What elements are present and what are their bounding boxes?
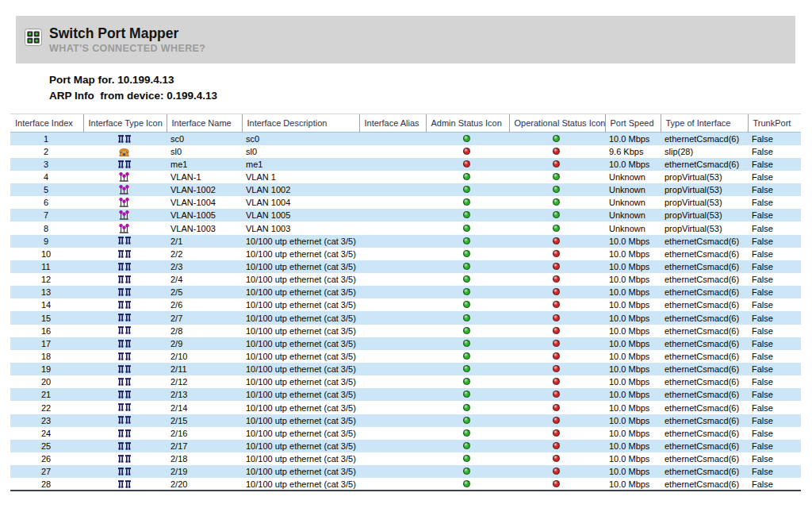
interface-name-cell: 2/6 <box>167 298 242 311</box>
column-header[interactable]: Admin Status Icon <box>426 114 509 133</box>
table-row[interactable]: 3 me1 me1 10.0 Mbps eth <box>10 158 801 171</box>
table-row[interactable]: 21 2/13 10/100 utp ethernet (cat 3/5) <box>10 388 801 401</box>
ethernet-interface-icon <box>118 441 131 452</box>
interface-index-cell: 3 <box>10 158 83 171</box>
table-row[interactable]: 6 VLAN-1004 VLAN 1004 <box>10 196 801 209</box>
interface-alias-cell <box>359 209 426 221</box>
column-header[interactable]: Interface Alias <box>359 114 426 133</box>
table-row[interactable]: 23 2/15 10/100 utp ethernet (cat 3/5) <box>10 414 801 427</box>
table-row[interactable]: 24 2/16 10/100 utp ethernet (cat 3/5) <box>10 427 801 440</box>
table-row[interactable]: 10 2/2 10/100 utp ethernet (cat 3/5) <box>10 248 801 260</box>
port-speed-cell: 10.0 Mbps <box>605 427 661 440</box>
column-header[interactable]: Interface Name <box>167 114 242 133</box>
interface-index-cell: 25 <box>10 440 83 452</box>
table-row[interactable]: 2 sl0 sl0 9.6 Kbps slip(28) False <box>10 145 801 158</box>
interface-name-cell: 2/19 <box>167 465 242 478</box>
ethernet-interface-icon <box>118 236 131 246</box>
interface-name-cell: VLAN-1004 <box>167 196 242 209</box>
table-row[interactable]: 16 2/8 10/100 utp ethernet (cat 3/5) <box>10 325 801 337</box>
interface-name-cell: 2/18 <box>167 452 242 465</box>
interface-alias-cell <box>359 145 426 158</box>
column-header[interactable]: Interface Type Icon <box>83 114 167 133</box>
table-row[interactable]: 25 2/17 10/100 utp ethernet (cat 3/5) <box>10 440 801 452</box>
port-speed-cell: 10.0 Mbps <box>605 133 661 145</box>
admin-status-icon <box>463 173 470 180</box>
interface-description-cell: 10/100 utp ethernet (cat 3/5) <box>242 298 359 311</box>
interface-alias-cell <box>359 183 426 196</box>
trunkport-cell: False <box>748 248 801 260</box>
trunkport-cell: False <box>748 363 801 375</box>
table-row[interactable]: 11 2/3 10/100 utp ethernet (cat 3/5) <box>10 260 801 273</box>
table-row[interactable]: 17 2/9 10/100 utp ethernet (cat 3/5) <box>10 337 801 350</box>
table-row[interactable]: 9 2/1 10/100 utp ethernet (cat 3/5) <box>10 235 801 248</box>
admin-status-icon <box>463 211 470 218</box>
admin-status-cell <box>426 248 509 260</box>
interface-index-cell: 7 <box>10 209 83 221</box>
admin-status-cell <box>426 209 509 221</box>
operational-status-cell <box>509 158 605 171</box>
column-header[interactable]: Interface Index <box>10 114 83 133</box>
admin-status-cell <box>426 235 509 248</box>
operational-status-cell <box>509 248 605 260</box>
trunkport-cell: False <box>748 273 801 286</box>
column-header[interactable]: Port Speed <box>605 114 661 133</box>
interface-name-cell: me1 <box>167 158 242 171</box>
interface-alias-cell <box>359 273 426 286</box>
operational-status-cell <box>509 196 605 209</box>
table-row[interactable]: 19 2/11 10/100 utp ethernet (cat 3/5) <box>10 363 801 375</box>
interface-type-icon-cell <box>83 209 167 221</box>
trunkport-cell: False <box>748 337 801 350</box>
column-header[interactable]: Interface Description <box>242 114 359 133</box>
trunkport-cell: False <box>748 388 801 401</box>
table-row[interactable]: 14 2/6 10/100 utp ethernet (cat 3/5) <box>10 298 801 311</box>
operational-status-cell <box>509 183 605 196</box>
interface-alias-cell <box>359 363 426 375</box>
table-row[interactable]: 15 2/7 10/100 utp ethernet (cat 3/5) <box>10 311 801 324</box>
table-row[interactable]: 20 2/12 10/100 utp ethernet (cat 3/5) <box>10 375 801 388</box>
operational-status-icon <box>553 417 560 424</box>
interface-description-cell: 10/100 utp ethernet (cat 3/5) <box>242 440 359 452</box>
column-header[interactable]: Operational Status Icon <box>509 114 605 133</box>
column-header[interactable]: TrunkPort <box>748 114 801 133</box>
interface-alias-cell <box>359 286 426 298</box>
interface-type-icon-cell <box>83 183 167 196</box>
type-of-interface-cell: ethernetCsmacd(6) <box>661 401 748 414</box>
table-row[interactable]: 7 VLAN-1005 VLAN 1005 <box>10 209 801 221</box>
table-row[interactable]: 12 2/4 10/100 utp ethernet (cat 3/5) <box>10 273 801 286</box>
interface-type-icon-cell <box>83 337 167 350</box>
table-row[interactable]: 4 VLAN-1 VLAN 1 <box>10 171 801 183</box>
operational-status-icon <box>553 263 560 270</box>
ethernet-interface-icon <box>118 429 131 439</box>
interface-description-cell: VLAN 1004 <box>242 196 359 209</box>
port-speed-cell: 10.0 Mbps <box>605 158 661 171</box>
port-speed-cell: 10.0 Mbps <box>605 478 661 491</box>
type-of-interface-cell: ethernetCsmacd(6) <box>661 260 748 273</box>
interface-alias-cell <box>359 427 426 440</box>
operational-status-cell <box>509 375 605 388</box>
table-row[interactable]: 26 2/18 10/100 utp ethernet (cat 3/5) <box>10 452 801 465</box>
admin-status-cell <box>426 414 509 427</box>
table-row[interactable]: 18 2/10 10/100 utp ethernet (cat 3/5) <box>10 350 801 363</box>
interface-description-cell: 10/100 utp ethernet (cat 3/5) <box>242 375 359 388</box>
column-header[interactable]: Type of Interface <box>661 114 748 133</box>
table-row[interactable]: 22 2/14 10/100 utp ethernet (cat 3/5) <box>10 401 801 414</box>
interface-alias-cell <box>359 298 426 311</box>
table-row[interactable]: 8 VLAN-1003 VLAN 1003 <box>10 221 801 234</box>
table-row[interactable]: 27 2/19 10/100 utp ethernet (cat 3/5) <box>10 465 801 478</box>
interface-type-icon-cell <box>83 401 167 414</box>
type-of-interface-cell: ethernetCsmacd(6) <box>661 363 748 375</box>
operational-status-icon <box>553 173 560 180</box>
table-row[interactable]: 28 2/20 10/100 utp ethernet (cat 3/5) <box>10 478 801 491</box>
interface-description-cell: 10/100 utp ethernet (cat 3/5) <box>242 478 359 491</box>
interface-description-cell: 10/100 utp ethernet (cat 3/5) <box>242 452 359 465</box>
interface-index-cell: 6 <box>10 196 83 209</box>
table-row[interactable]: 13 2/5 10/100 utp ethernet (cat 3/5) <box>10 286 801 298</box>
trunkport-cell: False <box>748 286 801 298</box>
table-row[interactable]: 5 VLAN-1002 VLAN 1002 <box>10 183 801 196</box>
type-of-interface-cell: ethernetCsmacd(6) <box>661 286 748 298</box>
interface-name-cell: 2/17 <box>167 440 242 452</box>
admin-status-icon <box>463 404 470 411</box>
operational-status-icon <box>553 211 560 218</box>
table-row[interactable]: 1 sc0 sc0 10.0 Mbps eth <box>10 133 801 145</box>
interface-type-icon-cell <box>83 363 167 375</box>
